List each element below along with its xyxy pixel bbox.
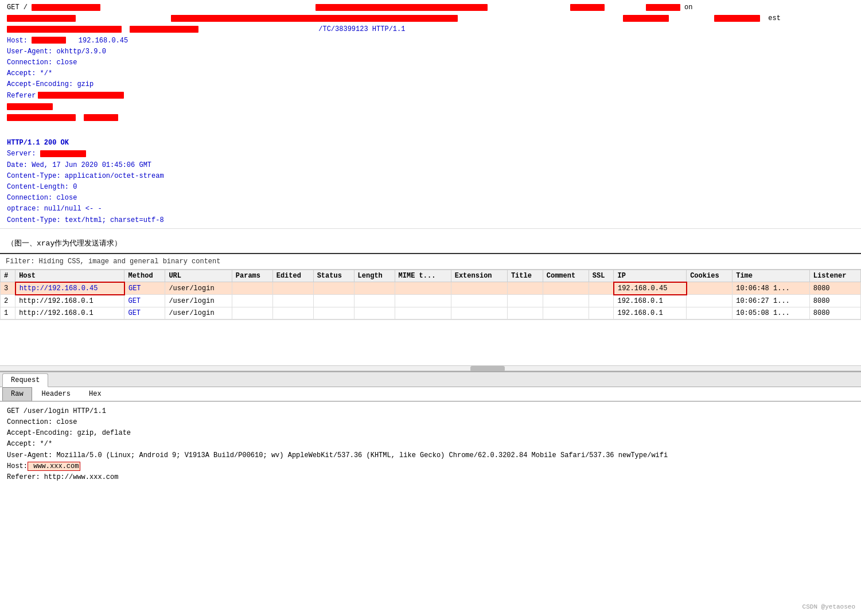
cell-mime xyxy=(395,282,451,295)
cell-ip: 192.168.0.1 xyxy=(614,307,687,319)
cell-listener: 8080 xyxy=(809,307,860,319)
col-params[interactable]: Params xyxy=(232,270,272,282)
cell-title xyxy=(507,282,543,295)
response-status: HTTP/1.1 200 OK xyxy=(7,138,854,149)
request-line-0: GET /user/login HTTP/1.1 xyxy=(7,406,854,417)
log-accept-line: Accept: */* xyxy=(7,68,854,79)
cell-edited xyxy=(272,282,313,295)
tab-hex[interactable]: Hex xyxy=(80,387,110,401)
col-cookies[interactable]: Cookies xyxy=(687,270,733,282)
request-line-2: Accept-Encoding: gzip, deflate xyxy=(7,428,854,439)
col-url[interactable]: URL xyxy=(165,270,232,282)
log-referer-line: Referer xyxy=(7,91,854,102)
col-title[interactable]: Title xyxy=(507,270,543,282)
tab-request-label: Request xyxy=(11,376,40,384)
log-line-3: /TC/38399123 HTTP/1.1 xyxy=(7,24,854,35)
cell-extension xyxy=(451,282,507,295)
figure-caption-text: （图一、xray作为代理发送请求） xyxy=(7,239,122,248)
host-label: Host: xyxy=(7,462,28,470)
request-tab-bar: Raw Headers Hex xyxy=(0,387,861,401)
tab-raw-label: Raw xyxy=(11,390,24,398)
cell-status xyxy=(313,282,354,295)
resp-server: Server: xyxy=(7,149,854,159)
tab-headers[interactable]: Headers xyxy=(33,387,79,401)
cell-method: GET xyxy=(124,295,165,307)
cell-params xyxy=(232,307,272,319)
resp-content-type: Content-Type: application/octet-stream xyxy=(7,171,854,182)
cell-mime xyxy=(395,295,451,307)
cell-listener: 8080 xyxy=(809,282,860,295)
col-method[interactable]: Method xyxy=(124,270,165,282)
table-row[interactable]: 3http://192.168.0.45GET/user/login192.16… xyxy=(1,282,861,295)
col-extension[interactable]: Extension xyxy=(451,270,507,282)
col-status[interactable]: Status xyxy=(313,270,354,282)
http-log-section: GET / on est xyxy=(0,0,861,229)
col-edited[interactable]: Edited xyxy=(272,270,313,282)
resp-date: Date: Wed, 17 Jun 2020 01:45:06 GMT xyxy=(7,160,854,171)
filter-text: Filter: Hiding CSS, image and general bi… xyxy=(6,258,220,266)
col-host[interactable]: Host xyxy=(15,270,124,282)
cell-host: http://192.168.0.1 xyxy=(15,295,124,307)
resp-content-type2: Content-Type: text/html; charset=utf-8 xyxy=(7,215,854,226)
http-log-content: GET / on est xyxy=(7,2,854,226)
col-length[interactable]: Length xyxy=(354,270,395,282)
cell-url: /user/login xyxy=(165,295,232,307)
cell-edited xyxy=(272,295,313,307)
cell-ip: 192.168.0.45 xyxy=(614,282,687,295)
cell-title xyxy=(507,307,543,319)
log-conn-line: Connection: close xyxy=(7,57,854,68)
cell-num: 2 xyxy=(1,295,15,307)
cell-url: /user/login xyxy=(165,307,232,319)
cell-status xyxy=(313,307,354,319)
cell-host: http://192.168.0.1 xyxy=(15,307,124,319)
cell-extension xyxy=(451,307,507,319)
cell-params xyxy=(232,295,272,307)
col-ssl[interactable]: SSL xyxy=(589,270,614,282)
cell-params xyxy=(232,282,272,295)
table-row[interactable]: 2http://192.168.0.1GET/user/login192.168… xyxy=(1,295,861,307)
host-value: www.xxx.com xyxy=(28,462,80,471)
cell-mime xyxy=(395,307,451,319)
cell-comment xyxy=(543,282,589,295)
cell-length xyxy=(354,282,395,295)
empty-area xyxy=(0,319,861,365)
cell-comment xyxy=(543,307,589,319)
log-line-2: est xyxy=(7,13,854,24)
cell-method: GET xyxy=(124,282,165,295)
log-redacted-1 xyxy=(7,102,854,112)
cell-ip: 192.168.0.1 xyxy=(614,295,687,307)
request-line-4: User-Agent: Mozilla/5.0 (Linux; Android … xyxy=(7,450,854,461)
figure-caption: （图一、xray作为代理发送请求） xyxy=(0,229,861,254)
col-ip[interactable]: IP xyxy=(614,270,687,282)
scrollbar-area[interactable] xyxy=(0,365,861,371)
cell-comment xyxy=(543,295,589,307)
tab-hex-label: Hex xyxy=(89,390,102,398)
resp-optrace: optrace: null/null <- - xyxy=(7,204,854,215)
table-row[interactable]: 1http://192.168.0.1GET/user/login192.168… xyxy=(1,307,861,319)
resp-content-length: Content-Length: 0 xyxy=(7,182,854,193)
tab-raw[interactable]: Raw xyxy=(2,387,32,401)
log-redacted-2 xyxy=(7,112,854,123)
cell-host: http://192.168.0.45 xyxy=(15,282,124,295)
tab-headers-label: Headers xyxy=(42,390,71,398)
bottom-panel: Request Raw Headers Hex GET /user/login … xyxy=(0,371,861,488)
request-line: GET / on xyxy=(7,2,854,13)
cell-ssl xyxy=(589,307,614,319)
tab-request[interactable]: Request xyxy=(2,373,48,387)
watermark-text: CSDN @yetaoseo xyxy=(802,603,855,610)
cell-ssl xyxy=(589,295,614,307)
request-line-6: Referer: http://www.xxx.com xyxy=(7,472,854,483)
col-listener[interactable]: Listener xyxy=(809,270,860,282)
col-comment[interactable]: Comment xyxy=(543,270,589,282)
cell-num: 3 xyxy=(1,282,15,295)
cell-method: GET xyxy=(124,307,165,319)
col-mime[interactable]: MIME t... xyxy=(395,270,451,282)
section-tab-bar: Request xyxy=(0,372,861,387)
cell-extension xyxy=(451,295,507,307)
cell-time: 10:06:27 1... xyxy=(733,295,810,307)
cell-edited xyxy=(272,307,313,319)
col-time[interactable]: Time xyxy=(733,270,810,282)
proxy-table-section: # Host Method URL Params Edited Status L… xyxy=(0,270,861,319)
cell-url: /user/login xyxy=(165,282,232,295)
col-num: # xyxy=(1,270,15,282)
